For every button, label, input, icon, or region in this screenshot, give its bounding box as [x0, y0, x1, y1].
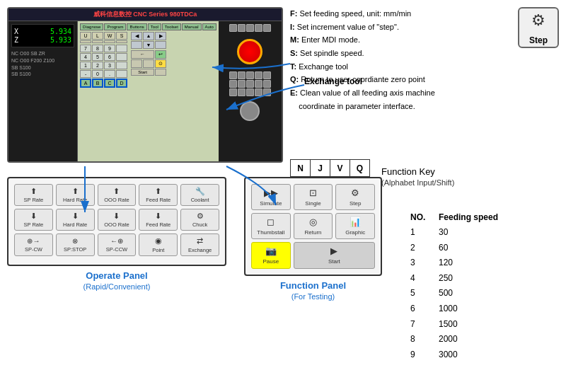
feeding-row-speed: 2000 — [439, 332, 559, 347]
annotation-line-7: E: Clean value of all feeding axis machi… — [290, 86, 509, 100]
operate-panel: ⬆ SP Rate ⬆ Hard Rate ⬆ OOO Rate ⬆ Feed … — [7, 177, 226, 291]
coord-panel: X 5.934 Z 5.933 NC O00 SB ZR NC O00 F200… — [8, 21, 78, 161]
annotation-line-5: T: Exchange tool — [290, 60, 509, 74]
step-box: ⚙ Step — [518, 7, 559, 48]
operate-panel-title: Operate Panel — [7, 270, 226, 281]
x-value: 5.934 — [50, 28, 71, 35]
z-value: 5.933 — [50, 36, 71, 44]
feeding-row-speed: 1000 — [439, 301, 559, 317]
function-panel-subtitle: (For Testing) — [244, 292, 382, 301]
feeding-row-speed: 3000 — [439, 347, 559, 363]
step-icon: ⚙ — [531, 8, 545, 33]
annotation-line-3: M: Enter MDI mode. — [290, 33, 509, 47]
feeding-row-no: 8 — [410, 332, 439, 347]
feeding-table-row: 5500 — [403, 286, 559, 301]
feeding-table-row: 93000 — [403, 347, 559, 363]
feeding-row-no: 4 — [410, 271, 439, 287]
simulate-btn[interactable]: ▶▶ Simulate — [251, 184, 291, 210]
operate-row-1: ⬆ SP Rate ⬆ Hard Rate ⬆ OOO Rate ⬆ Feed … — [14, 184, 219, 206]
feeding-row-no: 5 — [410, 286, 439, 301]
sp-rate-down-btn[interactable]: ⬇ SP Rate — [14, 209, 53, 231]
key-Q: Q — [350, 160, 370, 177]
return-btn[interactable]: ◎ Return — [294, 213, 333, 239]
ooo-rate-down-btn[interactable]: ⬇ OOO Rate — [98, 209, 137, 231]
step-btn[interactable]: ⚙ Step — [335, 184, 375, 210]
x-label: X — [14, 28, 18, 35]
start-btn[interactable]: ▶ Start — [294, 242, 375, 268]
pause-btn[interactable]: 📷 Pause — [251, 242, 291, 268]
key-V: V — [330, 160, 350, 177]
feeding-speed-header: Feeding speed — [439, 212, 559, 222]
hard-rate-down-btn[interactable]: ⬇ Hard Rate — [56, 209, 95, 231]
coolant-btn[interactable]: 🔧 Coolant — [180, 184, 219, 206]
function-key-label: Function Key — [381, 166, 454, 177]
sp-ccw-btn[interactable]: ←⊕ SP-CCW — [98, 234, 137, 255]
z-label: Z — [14, 36, 18, 44]
feeding-row-no: 7 — [410, 317, 439, 333]
operate-row-2: ⬇ SP Rate ⬇ Hard Rate ⬇ OOO Rate ⬇ Feed … — [14, 209, 219, 231]
graphic-btn[interactable]: 📊 Graphic — [335, 213, 375, 239]
function-key-sublabel: (Alphabet Input/Shift) — [381, 178, 454, 187]
operate-panel-subtitle: (Rapid/Convenient) — [7, 282, 226, 291]
coordinate-display: X 5.934 Z 5.933 — [11, 24, 74, 47]
machine-screen: Diagnose Program Buttons Tool Toolset Ma… — [78, 21, 219, 161]
annotation-line-4: S: Set spindle speed. — [290, 47, 509, 60]
dial-knob[interactable] — [240, 101, 260, 121]
sp-rate-up-btn[interactable]: ⬆ SP Rate — [14, 184, 53, 206]
feeding-table-row: 82000 — [403, 332, 559, 347]
sp-cw-btn[interactable]: ⊕→ SP-CW — [14, 234, 53, 255]
feeding-table-row: 260 — [403, 241, 559, 256]
machine-right-controls — [219, 21, 282, 161]
feeding-table-row: 61000 — [403, 301, 559, 317]
annotation-line-1: F: Set feeding speed, unit: mm/min — [290, 7, 509, 21]
function-panel-board: ▶▶ Simulate ⊡ Single ⚙ Step ◻ Thumbstall… — [244, 177, 382, 276]
function-panel: ▶▶ Simulate ⊡ Single ⚙ Step ◻ Thumbstall… — [244, 177, 382, 301]
feeding-table-row: 3120 — [403, 255, 559, 271]
feeding-rows: 13026031204250550061000715008200093000 — [403, 225, 559, 362]
key-J: J — [311, 160, 330, 177]
feeding-row-speed: 1500 — [439, 317, 559, 333]
exchange-btn[interactable]: ⇄ Exchange — [180, 234, 219, 255]
single-btn[interactable]: ⊡ Single — [294, 184, 333, 210]
thumbstall-btn[interactable]: ◻ Thumbstall — [251, 213, 291, 239]
feeding-row-speed: 30 — [439, 225, 559, 241]
operate-row-3: ⊕→ SP-CW ⊗ SP:STOP ←⊕ SP-CCW ◉ Point ⇄ E… — [14, 234, 219, 255]
sp-stop-btn[interactable]: ⊗ SP:STOP — [56, 234, 95, 255]
function-btn-grid: ▶▶ Simulate ⊡ Single ⚙ Step ◻ Thumbstall… — [251, 184, 375, 269]
chuck-btn[interactable]: ⚙ Chuck — [180, 209, 219, 231]
annotation-line-2: I: Set increment value of "step". — [290, 21, 509, 34]
key-N: N — [291, 160, 311, 177]
feeding-row-speed: 120 — [439, 255, 559, 271]
feed-rate-up-btn[interactable]: ⬆ Feed Rate — [139, 184, 178, 206]
feeding-row-no: 1 — [410, 225, 439, 241]
feeding-row-no: 2 — [410, 241, 439, 256]
machine-title: 威科信息数控 CNC Series 980TDCa — [8, 8, 282, 21]
feeding-row-no: 9 — [410, 347, 439, 363]
feeding-table-row: 4250 — [403, 271, 559, 287]
step-label: Step — [529, 34, 548, 47]
feeding-row-speed: 60 — [439, 241, 559, 256]
operate-panel-board: ⬆ SP Rate ⬆ Hard Rate ⬆ OOO Rate ⬆ Feed … — [7, 177, 226, 266]
hard-rate-up-btn[interactable]: ⬆ Hard Rate — [56, 184, 95, 206]
point-btn[interactable]: ◉ Point — [139, 234, 178, 255]
cnc-machine: 威科信息数控 CNC Series 980TDCa X 5.934 Z 5.93… — [7, 7, 283, 163]
feeding-table-row: 71500 — [403, 317, 559, 333]
feed-rate-down-btn[interactable]: ⬇ Feed Rate — [139, 209, 178, 231]
feeding-speed-table: NO. Feeding speed 1302603120425055006100… — [403, 212, 559, 362]
exchange-tool-label: Exchange tool — [304, 76, 362, 86]
feeding-row-speed: 250 — [439, 271, 559, 287]
ooo-rate-up-btn[interactable]: ⬆ OOO Rate — [98, 184, 137, 206]
feeding-row-no: 3 — [410, 255, 439, 271]
annotations-panel: F: Set feeding speed, unit: mm/min I: Se… — [290, 7, 559, 113]
feeding-table-header: NO. Feeding speed — [403, 212, 559, 222]
feeding-table-row: 130 — [403, 225, 559, 241]
estop-button[interactable] — [237, 39, 262, 64]
function-panel-title: Function Panel — [244, 280, 382, 291]
feeding-row-no: 6 — [410, 301, 439, 317]
feeding-row-speed: 500 — [439, 286, 559, 301]
annotation-line-8: coordinate in parameter interface. — [290, 100, 509, 113]
feeding-no-header: NO. — [410, 212, 439, 222]
